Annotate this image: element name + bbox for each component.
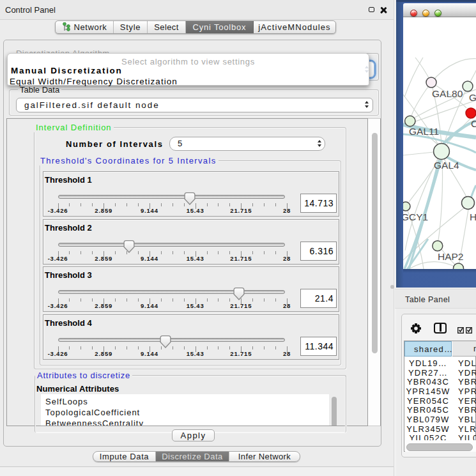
svg-text:H: H (470, 211, 476, 222)
svg-text:C: C (471, 118, 476, 129)
svg-text:HAP2: HAP2 (438, 251, 464, 262)
svg-text:GAL4: GAL4 (434, 160, 459, 171)
svg-text:GA: GA (469, 92, 476, 103)
svg-text:GCY1: GCY1 (403, 211, 428, 222)
svg-text:GAL80: GAL80 (432, 88, 463, 99)
svg-text:GAL11: GAL11 (409, 126, 439, 137)
